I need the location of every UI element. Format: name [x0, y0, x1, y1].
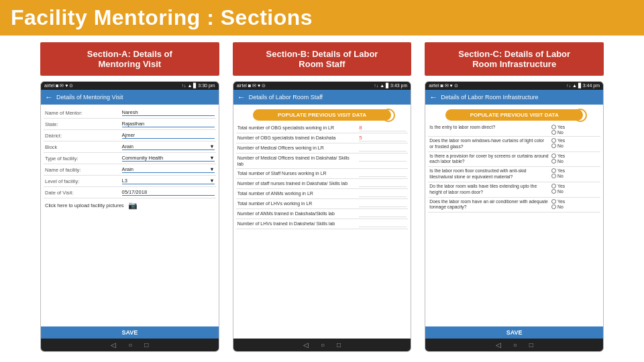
- header: Facility Mentoring : Sections: [0, 0, 644, 36]
- form-row: State: Rajasthan: [44, 119, 216, 130]
- back-arrow-a[interactable]: ←: [45, 93, 53, 102]
- radio-yes[interactable]: Yes: [551, 184, 599, 188]
- populate-btn-c[interactable]: POPULATE PREVIOUS VISIT DATA: [445, 109, 583, 121]
- android-bar-b: ◁ ○ □: [233, 339, 411, 351]
- populate-circle-b: [382, 109, 395, 122]
- list-item: Number of Medical Officers working in LR: [236, 143, 409, 154]
- form-row: Level of facility: L3 ▼: [44, 176, 216, 187]
- section-b-label: Section-B: Details of LaborRoom Staff: [233, 42, 412, 76]
- upload-row[interactable]: Click here to upload facility pictures 📷: [44, 198, 216, 213]
- radio-no[interactable]: No: [551, 204, 599, 209]
- camera-icon: 📷: [128, 201, 138, 210]
- form-row: District: Ajmer: [44, 130, 216, 141]
- section-c-label: Section-C: Details of LaborRoom Infrastr…: [425, 42, 604, 76]
- list-item: Number of ANMs trained in Dakshata/Skill…: [236, 209, 409, 219]
- list-item: Total number of OBG specialists working …: [236, 123, 409, 133]
- radio-yes[interactable]: Yes: [551, 154, 599, 158]
- radio-yes[interactable]: Yes: [551, 199, 599, 204]
- phone-body-b: POPULATE PREVIOUS VISIT DATA Total numbe…: [233, 105, 411, 339]
- nav-title-c: Details of Labor Room Infrastructure: [441, 94, 538, 101]
- home-icon[interactable]: ○: [128, 341, 132, 349]
- back-arrow-c[interactable]: ←: [429, 93, 437, 102]
- list-item: Number of Medical Officers trained in Da…: [236, 154, 409, 169]
- recent-icon[interactable]: □: [337, 341, 341, 349]
- android-bar-c: ◁ ○ □: [425, 339, 603, 351]
- list-item: Number of LHVs trained in Daksheta/ Skil…: [236, 219, 409, 229]
- status-bar-c: airtel ◙ ✉ ♥ ⊙ ↑↓ ▲ ▊ 3:44 pm: [425, 82, 603, 90]
- list-item: Is there a provision for cover by screen…: [428, 152, 600, 168]
- radio-no[interactable]: No: [551, 189, 599, 194]
- phone-body-c: POPULATE PREVIOUS VISIT DATA Is the entr…: [425, 105, 603, 326]
- nav-title-a: Details of Mentoring Visit: [56, 94, 123, 101]
- radio-yes[interactable]: Yes: [551, 138, 599, 143]
- nav-bar-c: ← Details of Labor Room Infrastructure: [425, 90, 603, 105]
- form-row: Name of facility: Arain ▼: [44, 164, 216, 176]
- list-item: Is the entry to labor room direct? Yes N…: [428, 123, 600, 137]
- back-nav-icon[interactable]: ◁: [303, 341, 309, 349]
- list-item: Number of OBG specialists trained in Dak…: [236, 133, 409, 143]
- radio-no[interactable]: No: [551, 143, 599, 148]
- back-arrow-b[interactable]: ←: [237, 93, 246, 102]
- section-a-phone: airtel ◙ ✉ ♥ ⊙ ↑↓ ▲ ▊ 3:30 pm ← Details …: [40, 81, 219, 352]
- list-item: Number of staff nurses trained in Daksha…: [236, 179, 409, 189]
- home-icon[interactable]: ○: [513, 341, 517, 349]
- nav-title-b: Details of Labor Room Staff: [249, 94, 323, 101]
- section-b-col: Section-B: Details of LaborRoom Staff ai…: [233, 42, 412, 352]
- list-item: Total number of LHVs working in LR: [236, 199, 409, 209]
- list-item: Does the labor room have an air conditio…: [428, 198, 600, 213]
- section-b-phone: airtel ◙ ✉ ♥ ⊙ ↑↓ ▲ ▊ 3:43 pm ← Details …: [233, 81, 412, 352]
- form-row: Type of facility: Community Health ▼: [44, 153, 216, 164]
- status-bar-a: airtel ◙ ✉ ♥ ⊙ ↑↓ ▲ ▊ 3:30 pm: [41, 82, 219, 90]
- radio-yes[interactable]: Yes: [551, 168, 599, 173]
- phone-body-a: Name of Mentor: Naresh State: Rajasthan …: [41, 105, 219, 326]
- back-nav-icon[interactable]: ◁: [111, 341, 116, 349]
- form-row: Date of Visit: 05/17/2018: [44, 187, 216, 198]
- home-icon[interactable]: ○: [321, 341, 325, 349]
- recent-icon[interactable]: □: [529, 341, 533, 349]
- radio-yes[interactable]: Yes: [551, 125, 599, 129]
- section-c-phone: airtel ◙ ✉ ♥ ⊙ ↑↓ ▲ ▊ 3:44 pm ← Details …: [425, 81, 604, 352]
- list-item: Is the labor room floor constructed with…: [428, 167, 600, 182]
- list-item: Total number of Staff Nurses working in …: [236, 169, 409, 179]
- content-area: Section-A: Details ofMentoring Visit air…: [0, 36, 644, 359]
- section-c-col: Section-C: Details of LaborRoom Infrastr…: [425, 42, 604, 352]
- list-item: Total number of ANMs working in LR: [236, 189, 409, 199]
- list-item: Do the labor room walls have tiles exten…: [428, 182, 600, 198]
- recent-icon[interactable]: □: [144, 341, 148, 349]
- android-bar-a: ◁ ○ □: [41, 339, 219, 351]
- list-item: Does the labor room windows-have curtain…: [428, 137, 600, 152]
- form-row: Block Arain ▼: [44, 141, 216, 153]
- populate-circle-c: [574, 109, 587, 122]
- section-a-label: Section-A: Details ofMentoring Visit: [40, 42, 219, 76]
- radio-no[interactable]: No: [551, 159, 599, 164]
- section-a-col: Section-A: Details ofMentoring Visit air…: [40, 42, 219, 352]
- status-bar-b: airtel ◙ ✉ ♥ ⊙ ↑↓ ▲ ▊ 3:43 pm: [233, 82, 411, 90]
- radio-no[interactable]: No: [551, 174, 599, 178]
- form-row: Name of Mentor: Naresh: [44, 107, 216, 119]
- save-button-a[interactable]: SAVE: [41, 326, 219, 339]
- populate-btn-b[interactable]: POPULATE PREVIOUS VISIT DATA: [253, 109, 390, 121]
- nav-bar-a: ← Details of Mentoring Visit: [41, 90, 219, 105]
- radio-no[interactable]: No: [551, 130, 599, 135]
- save-button-c[interactable]: SAVE: [425, 326, 603, 339]
- back-nav-icon[interactable]: ◁: [496, 341, 501, 349]
- nav-bar-b: ← Details of Labor Room Staff: [233, 90, 411, 105]
- page-title: Facility Mentoring : Sections: [11, 5, 313, 30]
